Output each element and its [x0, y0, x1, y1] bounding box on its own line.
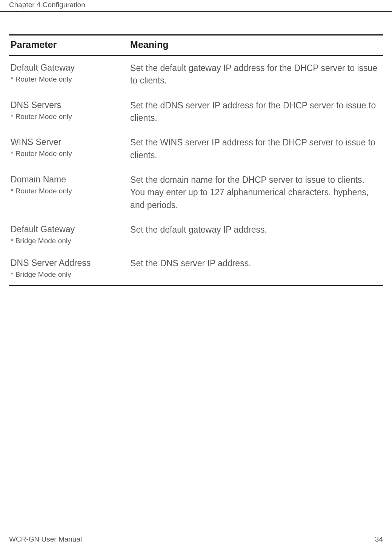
param-cell: DNS Servers * Router Mode only	[9, 93, 129, 131]
meaning-cell: Set the DNS server IP address.	[129, 251, 383, 286]
meaning-text: Set the default gateway IP address.	[130, 224, 380, 236]
table-row: DNS Servers * Router Mode only Set the d…	[9, 93, 383, 131]
meaning-cell: Set the domain name for the DHCP server …	[129, 168, 383, 218]
meaning-cell: Set the default gateway IP address.	[129, 218, 383, 251]
param-name: Domain Name	[11, 174, 126, 185]
table-row: Default Gateway * Router Mode only Set t…	[9, 56, 383, 93]
page-number: 34	[375, 535, 383, 543]
meaning-cell: Set the dDNS server IP address for the D…	[129, 93, 383, 131]
chapter-title: Chapter 4 Configuration	[9, 1, 85, 9]
table-row: Default Gateway * Bridge Mode only Set t…	[9, 218, 383, 251]
param-note: * Router Mode only	[11, 113, 126, 121]
table-header-row: Parameter Meaning	[9, 35, 383, 56]
param-note: * Router Mode only	[11, 187, 126, 195]
page-footer: WCR-GN User Manual 34	[0, 532, 392, 543]
meaning-text: Set the WINS server IP address for the D…	[130, 136, 380, 162]
param-cell: Default Gateway * Bridge Mode only	[9, 218, 129, 251]
meaning-text: Set the dDNS server IP address for the D…	[130, 99, 380, 125]
param-cell: DNS Server Address * Bridge Mode only	[9, 251, 129, 286]
param-cell: Default Gateway * Router Mode only	[9, 56, 129, 93]
param-name: Default Gateway	[11, 62, 126, 74]
table-row: DNS Server Address * Bridge Mode only Se…	[9, 251, 383, 286]
meaning-text: Set the DNS server IP address.	[130, 257, 380, 270]
manual-title: WCR-GN User Manual	[9, 535, 82, 543]
param-cell: Domain Name * Router Mode only	[9, 168, 129, 218]
page-header: Chapter 4 Configuration	[0, 0, 392, 12]
param-name: WINS Server	[11, 136, 126, 148]
meaning-text: Set the default gateway IP address for t…	[130, 62, 380, 87]
param-name: DNS Servers	[11, 99, 126, 111]
col-header-parameter: Parameter	[9, 35, 129, 56]
content-area: Parameter Meaning Default Gateway * Rout…	[0, 12, 392, 286]
meaning-text: Set the domain name for the DHCP server …	[130, 174, 380, 211]
param-note: * Router Mode only	[11, 75, 126, 83]
param-name: Default Gateway	[11, 224, 126, 235]
param-note: * Router Mode only	[11, 150, 126, 158]
table-row: Domain Name * Router Mode only Set the d…	[9, 168, 383, 218]
param-note: * Bridge Mode only	[11, 270, 126, 279]
meaning-cell: Set the default gateway IP address for t…	[129, 56, 383, 93]
meaning-cell: Set the WINS server IP address for the D…	[129, 130, 383, 168]
col-header-meaning: Meaning	[129, 35, 383, 56]
param-name: DNS Server Address	[11, 257, 126, 269]
table-row: WINS Server * Router Mode only Set the W…	[9, 130, 383, 168]
param-cell: WINS Server * Router Mode only	[9, 130, 129, 168]
parameter-table: Parameter Meaning Default Gateway * Rout…	[9, 34, 383, 286]
param-note: * Bridge Mode only	[11, 237, 126, 245]
